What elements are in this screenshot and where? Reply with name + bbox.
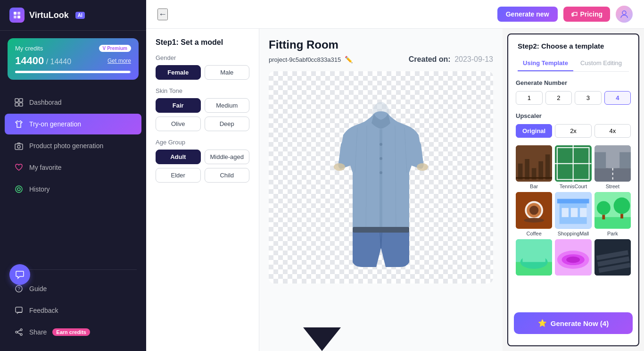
svg-rect-47 [619,152,631,168]
skin-tone-label: Skin Tone [156,87,249,94]
credits-bar-bg [15,71,131,73]
tab-custom-editing[interactable]: Custom Editing [573,56,629,71]
svg-point-10 [16,186,22,192]
age-middle-btn[interactable]: Middle-aged [205,150,250,164]
skin-olive-btn[interactable]: Olive [156,117,201,131]
step2-content: Generate Number 1 2 3 4 Upscaler Origina… [508,72,638,307]
gender-section: Gender Female Male [156,54,249,80]
user-avatar-button[interactable] [616,6,633,23]
svg-rect-57 [562,208,569,217]
sidebar-item-product-photo[interactable]: Product photo generation [5,135,141,156]
get-more-link[interactable]: Get more [107,58,131,64]
generate-number-label: Generate Number [516,79,631,86]
generate-new-button[interactable]: Generate new [497,7,558,22]
num-4-btn[interactable]: 4 [604,91,631,105]
created-label: Created on: [409,55,451,63]
svg-point-9 [17,145,20,148]
template-tennis-thumb [555,145,591,182]
gender-male-btn[interactable]: Male [205,65,250,80]
credits-card: My credits V Premium 14400 / 14440 Get m… [8,38,139,80]
upscale-4x-btn[interactable]: 4x [594,124,631,138]
sidebar-item-share[interactable]: Share Earn credits [5,322,141,343]
step2-header: Step2: Choose a template Using Template … [508,34,638,72]
template-solar-thumb [594,239,631,276]
template-park-thumb [594,192,631,228]
v-icon: V [103,46,106,51]
step2-tabs: Using Template Custom Editing [518,56,629,72]
back-button[interactable]: ← [157,8,168,20]
upscale-2x-btn[interactable]: 2x [555,124,591,138]
svg-point-27 [334,163,345,171]
svg-rect-5 [19,99,23,102]
project-id-text: project-9c5abf0cc833a315 [269,56,341,63]
template-street[interactable]: Street [594,145,631,189]
age-adult-btn[interactable]: Adult [156,150,201,164]
pricing-icon: 🏷 [571,10,578,18]
template-park-name: Park [594,231,631,236]
sidebar-item-feedback[interactable]: Feedback [5,300,141,321]
step1-panel: Step1: Set a model Gender Female Male Sk… [146,29,259,351]
template-arena[interactable] [555,239,591,277]
sidebar-item-favorite[interactable]: My favorite [5,157,141,178]
sidebar-item-history[interactable]: History [5,179,141,200]
generate-now-button[interactable]: ⭐ Generate Now (4) [514,312,633,334]
credits-label: My credits [15,45,43,52]
svg-rect-6 [15,103,18,106]
num-2-btn[interactable]: 2 [545,91,572,105]
template-bar-name: Bar [516,184,552,189]
model-svg [329,88,433,267]
skin-medium-btn[interactable]: Medium [205,98,250,113]
svg-rect-46 [594,152,606,168]
svg-point-73 [566,256,580,263]
skin-fair-btn[interactable]: Fair [156,98,201,113]
svg-rect-2 [14,16,17,18]
arrow-up-indicator [303,327,341,351]
svg-point-22 [380,171,382,174]
svg-rect-58 [571,208,578,217]
skin-tone-options-row2: Olive Deep [156,117,249,131]
svg-rect-0 [14,12,17,15]
header-actions: Generate new 🏷 Pricing [497,6,633,23]
dashboard-icon [14,98,24,107]
edit-icon[interactable]: ✏️ [345,56,353,63]
credits-bar-fill [15,71,130,73]
template-solar[interactable] [594,239,631,277]
canvas-area: Fitting Room project-9c5abf0cc833a315 ✏️… [259,29,503,351]
template-park[interactable]: Park [594,192,631,236]
generate-btn-container: ⭐ Generate Now (4) [508,307,638,345]
upscaler-options: Original 2x 4x [516,124,631,138]
svg-point-15 [20,329,22,331]
template-coffee[interactable]: Coffee [516,192,552,236]
template-tennis[interactable]: TennisCourt [555,145,591,189]
gender-female-btn[interactable]: Female [156,65,201,80]
age-elder-btn[interactable]: Elder [156,168,201,183]
svg-point-63 [613,198,630,214]
credits-total: 14440 [50,58,72,66]
sidebar-item-dashboard[interactable]: Dashborad [5,92,141,113]
skin-deep-btn[interactable]: Deep [205,117,250,131]
svg-rect-59 [580,208,586,217]
svg-point-16 [16,331,17,333]
age-child-btn[interactable]: Child [205,168,250,183]
svg-rect-14 [16,307,22,312]
earn-credits-badge: Earn credits [52,328,90,336]
num-3-btn[interactable]: 3 [575,91,602,105]
step2-panel: Step2: Choose a template Using Template … [507,33,639,346]
template-bar[interactable]: Bar [516,145,552,189]
project-id: project-9c5abf0cc833a315 ✏️ [269,56,353,63]
upscale-original-btn[interactable]: Original [516,124,552,138]
template-mall[interactable]: ShoppingMall [555,192,591,236]
heart-icon [14,163,24,172]
svg-rect-36 [538,161,543,180]
model-silhouette [315,83,447,272]
tab-using-template[interactable]: Using Template [518,56,573,71]
sidebar-item-try-on[interactable]: Try-on generation [5,114,141,134]
pricing-button[interactable]: 🏷 Pricing [563,7,610,22]
template-stadium[interactable] [516,239,552,277]
num-1-btn[interactable]: 1 [516,91,543,105]
template-mall-name: ShoppingMall [555,231,591,236]
svg-rect-7 [19,103,23,106]
chat-bubble[interactable] [9,264,30,285]
generate-number-section: Generate Number 1 2 3 4 [516,79,631,105]
svg-rect-65 [620,214,623,219]
